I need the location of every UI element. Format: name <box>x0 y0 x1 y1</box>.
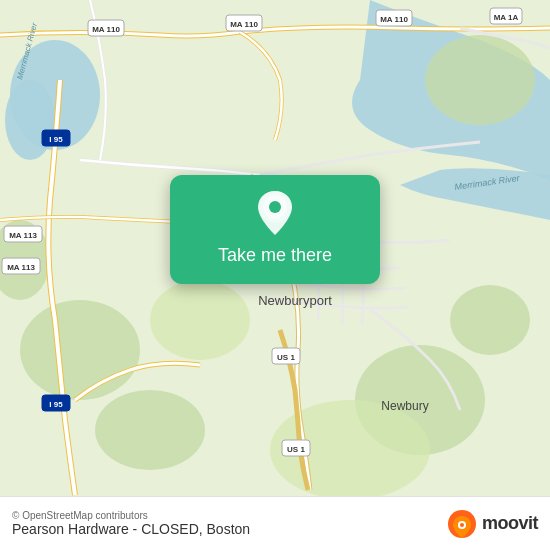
svg-text:I 95: I 95 <box>49 400 63 409</box>
moovit-icon <box>446 508 478 540</box>
take-me-there-button[interactable]: Take me there <box>170 175 380 284</box>
attribution-text: © OpenStreetMap contributors <box>12 510 250 521</box>
moovit-text: moovit <box>482 513 538 534</box>
svg-point-6 <box>95 390 205 470</box>
svg-text:US 1: US 1 <box>287 445 305 454</box>
moovit-logo: moovit <box>446 508 538 540</box>
location-pin-icon <box>255 189 295 237</box>
svg-point-4 <box>20 300 140 400</box>
svg-text:MA 113: MA 113 <box>7 263 35 272</box>
svg-text:MA 110: MA 110 <box>380 15 408 24</box>
svg-text:Newbury: Newbury <box>381 399 428 413</box>
svg-text:Newburyport: Newburyport <box>258 293 332 308</box>
svg-text:I 95: I 95 <box>49 135 63 144</box>
svg-text:US 1: US 1 <box>277 353 295 362</box>
svg-text:MA 1A: MA 1A <box>494 13 519 22</box>
info-bar: © OpenStreetMap contributors Pearson Har… <box>0 496 550 550</box>
svg-text:MA 110: MA 110 <box>230 20 258 29</box>
svg-point-39 <box>460 523 464 527</box>
svg-text:MA 113: MA 113 <box>9 231 37 240</box>
info-bar-left: © OpenStreetMap contributors Pearson Har… <box>12 510 250 537</box>
svg-point-8 <box>450 285 530 355</box>
svg-text:MA 110: MA 110 <box>92 25 120 34</box>
svg-point-3 <box>425 35 535 125</box>
take-me-there-label: Take me there <box>218 245 332 266</box>
svg-point-37 <box>269 201 281 213</box>
svg-point-2 <box>5 80 55 160</box>
svg-point-10 <box>150 280 250 360</box>
place-name: Pearson Hardware - CLOSED, Boston <box>12 521 250 537</box>
map-container: MA 110 MA 110 MA 110 MA 1A I 95 MA 113 M… <box>0 0 550 550</box>
